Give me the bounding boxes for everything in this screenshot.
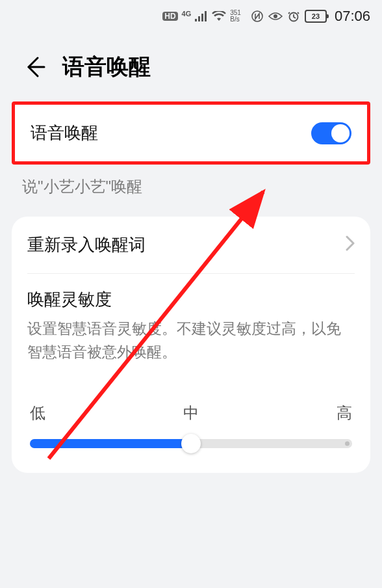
clock-time: 07:06 — [335, 8, 370, 25]
svg-rect-2 — [201, 14, 203, 21]
network-gen-label: 4G — [182, 10, 192, 18]
voice-wake-row[interactable]: 语音唤醒 — [15, 105, 367, 161]
eye-protection-icon — [268, 12, 283, 21]
alarm-icon — [288, 10, 299, 22]
voice-wake-hint: 说"小艺小艺"唤醒 — [0, 165, 382, 217]
slider-thumb[interactable] — [181, 434, 201, 453]
voice-wake-toggle[interactable] — [311, 122, 351, 144]
svg-rect-1 — [198, 16, 200, 21]
status-bar: HD 4G 351 B/s — [0, 0, 382, 33]
svg-rect-0 — [195, 19, 197, 21]
voice-wake-card: 语音唤醒 — [12, 101, 370, 165]
slider-label-low: 低 — [30, 403, 45, 423]
slider-label-mid: 中 — [183, 403, 199, 423]
retrain-row[interactable]: 重新录入唤醒词 — [12, 217, 370, 273]
wifi-icon — [212, 11, 226, 21]
sensitivity-block: 唤醒灵敏度 设置智慧语音灵敏度。不建议灵敏度过高，以免智慧语音被意外唤醒。 — [12, 274, 370, 370]
network-speed-unit: B/s — [230, 16, 239, 23]
page-header: 语音唤醒 — [0, 33, 382, 101]
slider-label-high: 高 — [337, 403, 352, 423]
retrain-label: 重新录入唤醒词 — [27, 234, 146, 256]
slider-track — [30, 439, 352, 448]
battery-indicator: 23 — [305, 10, 327, 23]
svg-rect-3 — [205, 11, 207, 21]
sensitivity-title: 唤醒灵敏度 — [27, 288, 355, 311]
nfc-icon — [251, 10, 263, 22]
signal-icon — [195, 11, 208, 21]
svg-point-5 — [274, 14, 277, 18]
sensitivity-desc: 设置智慧语音灵敏度。不建议灵敏度过高，以免智慧语音被意外唤醒。 — [27, 317, 355, 364]
hd-badge: HD — [162, 12, 177, 21]
page-title: 语音唤醒 — [62, 52, 151, 82]
back-arrow-icon[interactable] — [23, 55, 47, 79]
battery-level: 23 — [312, 12, 320, 20]
chevron-right-icon — [346, 235, 355, 256]
settings-card: 重新录入唤醒词 唤醒灵敏度 设置智慧语音灵敏度。不建议灵敏度过高，以免智慧语音被… — [12, 217, 370, 473]
status-left-cluster: HD 4G 351 B/s — [162, 10, 241, 23]
status-right-cluster: 23 07:06 — [251, 8, 370, 25]
sensitivity-slider[interactable] — [12, 435, 370, 473]
network-speed: 351 B/s — [230, 10, 241, 23]
slider-labels: 低 中 高 — [12, 370, 370, 435]
voice-wake-label: 语音唤醒 — [31, 122, 98, 144]
slider-fill — [30, 439, 191, 448]
slider-end-dot — [345, 442, 350, 446]
